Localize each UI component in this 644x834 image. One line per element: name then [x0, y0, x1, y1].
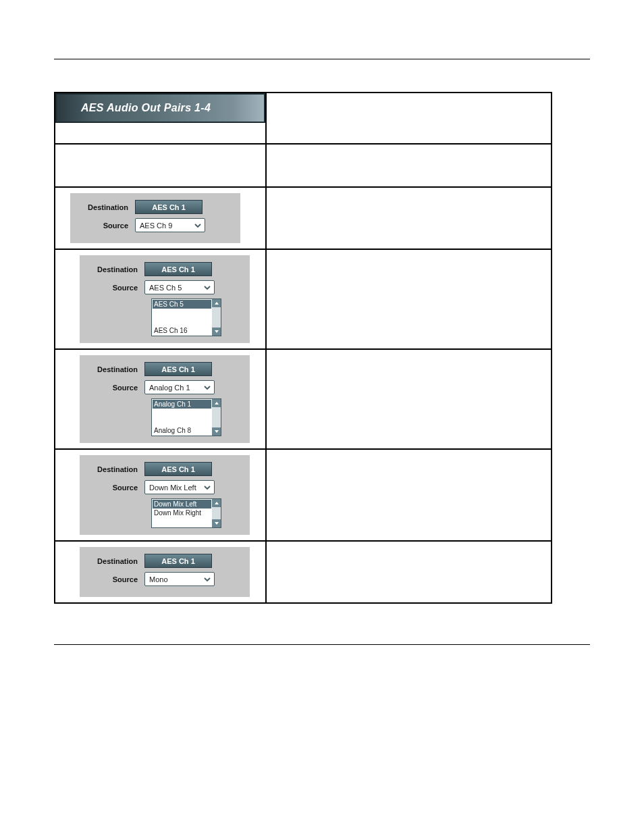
scroll-up-icon[interactable] — [212, 499, 221, 507]
destination-chip: AES Ch 1 — [135, 200, 203, 214]
table-caption: Table 3-2 9374-EMDE Function Submenu Lis… — [54, 78, 590, 88]
source-select[interactable]: AES Ch 5 — [144, 280, 215, 294]
source-label: Source — [85, 384, 144, 392]
scroll-down-icon[interactable] — [212, 328, 221, 336]
destination-chip: AES Ch 1 — [144, 362, 212, 376]
chevron-down-icon — [202, 282, 213, 292]
list-item[interactable]: Analog Ch 1 — [153, 400, 211, 409]
scroll-down-icon[interactable] — [212, 519, 221, 527]
chevron-down-icon — [202, 382, 213, 392]
table-row: Destination AES Ch 1 Source AES Ch 9 — [55, 187, 552, 249]
scrollbar[interactable] — [212, 399, 221, 436]
scroll-down-icon[interactable] — [212, 427, 221, 436]
list-item[interactable]: AES Ch 16 — [153, 326, 211, 335]
chevron-down-icon — [202, 482, 213, 492]
destination-label: Destination — [85, 557, 144, 565]
source-select[interactable]: Mono — [144, 572, 215, 586]
row-heading: Source Mono — [273, 548, 323, 556]
note-label: Note: — [273, 385, 293, 393]
note-text: Down Mixer must be set up for this funct… — [273, 485, 522, 501]
scroll-up-icon[interactable] — [212, 299, 221, 307]
row-heading: Source Embed range — [273, 257, 351, 265]
source-note: Source Shown below are the Source drop-d… — [55, 145, 265, 176]
note-text: Mono Mixer must be set up for this funct… — [273, 569, 522, 585]
footer-left: 9374-EMDE PRODUCT MANUAL — [54, 649, 176, 658]
source-listbox[interactable]: Down Mix Left Down Mix Right — [151, 498, 221, 528]
destination-chip: AES Ch 1 — [144, 462, 212, 476]
row-heading: Source and Destination lists — [273, 151, 378, 159]
section-pill-label: AES Audio Out Pairs 1-4 — [81, 102, 211, 114]
source-label: Source — [76, 221, 135, 230]
source-select-value: Down Mix Left — [145, 484, 202, 492]
scroll-up-icon[interactable] — [212, 399, 221, 407]
source-listbox[interactable]: AES Ch 5 AES Ch 16 — [151, 298, 221, 336]
routing-widget: Destination AES Ch 1 Source AES Ch 5 — [80, 255, 250, 343]
table-row: Destination AES Ch 1 Source Mono — [55, 541, 552, 603]
source-listbox[interactable]: Analog Ch 1 Analog Ch 8 — [151, 398, 221, 436]
destination-label: Destination — [76, 203, 135, 211]
table-row: Destination AES Ch 1 Source AES Ch 5 — [55, 249, 552, 349]
table-row: Source Shown below are the Source drop-d… — [55, 144, 552, 187]
routing-widget: Destination AES Ch 1 Source Mono — [80, 547, 250, 597]
chapter-number: 3 — [54, 45, 59, 55]
source-label: Source — [85, 284, 144, 292]
source-select-value: Analog Ch 1 — [145, 384, 202, 392]
source-select[interactable]: Analog Ch 1 — [144, 380, 215, 394]
section-description: Provides audio routing from analog/embed… — [273, 100, 544, 132]
destination-label: Destination — [85, 365, 144, 373]
row-heading: Source AES Input range — [273, 194, 362, 203]
source-note-heading: Source — [74, 152, 97, 159]
destination-label: Destination — [85, 465, 144, 473]
source-note-text: Shown below are the Source drop-down cho… — [74, 159, 260, 176]
scrollbar[interactable] — [212, 299, 221, 336]
function-table: AES Audio Out Pairs 1-4 Provides audio r… — [54, 92, 552, 604]
source-label: Source — [85, 575, 144, 583]
note-text: Number of Analog Ch "n" choices displaye… — [273, 385, 535, 401]
destination-chip: AES Ch 1 — [144, 554, 212, 568]
source-select-value: AES Ch 5 — [145, 284, 202, 292]
note-label: Note: — [273, 485, 293, 493]
footer-pn: 9374-EMDE-OM (V4.1) — [333, 649, 417, 658]
chevron-down-icon — [202, 574, 213, 584]
row-heading: Source Down Mix Left / Down Mix Right ra… — [273, 457, 442, 465]
table-row: Destination AES Ch 1 Source Down Mix Lef… — [55, 449, 552, 541]
chevron-down-icon — [192, 220, 203, 230]
list-item[interactable]: Down Mix Left — [153, 500, 211, 509]
row-heading: Source Analog range — [273, 357, 351, 365]
source-select-value: AES Ch 9 — [136, 221, 192, 230]
chapter-title: Operating Instructions — [496, 45, 590, 55]
routing-widget: Destination AES Ch 1 Source Analog Ch 1 — [80, 355, 250, 443]
page-header: 3 Operating Instructions — [54, 27, 590, 59]
destination-label: Destination — [85, 265, 144, 273]
list-item[interactable]: Analog Ch 8 — [153, 426, 211, 435]
routing-widget: Destination AES Ch 1 Source AES Ch 9 — [70, 193, 240, 243]
page-footer: 9374-EMDE PRODUCT MANUAL 9374-EMDE-OM (V… — [54, 644, 590, 658]
source-label: Source — [85, 484, 144, 492]
source-select[interactable]: AES Ch 9 — [135, 218, 205, 232]
section-pill: AES Audio Out Pairs 1-4 — [55, 93, 265, 123]
destination-chip: AES Ch 1 — [144, 262, 212, 276]
footer-right: 3-31 — [574, 649, 590, 658]
scrollbar[interactable] — [212, 499, 221, 527]
note-label: Note: — [273, 569, 293, 577]
source-select-value: Mono — [145, 575, 202, 583]
source-select[interactable]: Down Mix Left — [144, 480, 215, 494]
table-row: Destination AES Ch 1 Source Analog Ch 1 — [55, 349, 552, 449]
table-row: AES Audio Out Pairs 1-4 Provides audio r… — [55, 93, 552, 144]
routing-widget: Destination AES Ch 1 Source Down Mix Lef… — [80, 455, 250, 535]
list-item[interactable]: Down Mix Right — [153, 509, 211, 517]
list-item[interactable]: AES Ch 5 — [153, 300, 211, 309]
